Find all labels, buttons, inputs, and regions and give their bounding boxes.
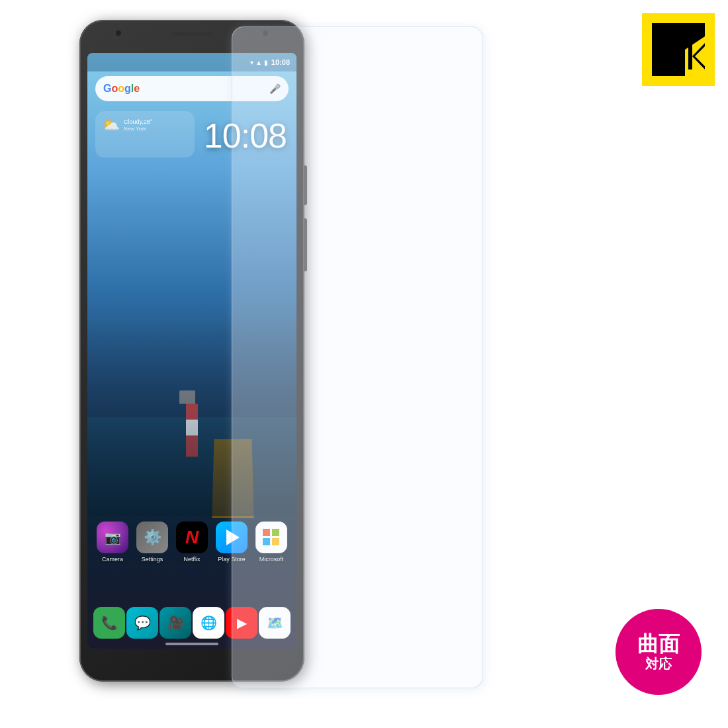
svg-rect-6 — [688, 43, 692, 69]
front-camera-left — [116, 30, 121, 36]
weather-condition-text: Cloudy,28° — [124, 118, 152, 126]
google-logo: Google — [103, 83, 140, 95]
curve-kanji-line2: 対応 — [645, 657, 672, 671]
weather-condition-icon: ⛅ — [102, 116, 120, 134]
camera-label: Camera — [102, 556, 123, 563]
messages-icon[interactable]: 💬 — [126, 607, 158, 639]
camera-icon[interactable]: 📷 — [97, 522, 128, 553]
screen-protector-overlay — [232, 26, 483, 688]
yellow-brand-badge — [642, 13, 715, 86]
weather-info: Cloudy,28° New York — [124, 118, 152, 132]
app-messages[interactable]: 💬 — [126, 607, 158, 639]
netflix-label: Netflix — [183, 556, 200, 563]
netflix-icon[interactable]: N — [176, 522, 208, 553]
weather-location-text: New York — [124, 126, 152, 132]
video-icon[interactable]: 🎥 — [159, 607, 191, 639]
home-indicator[interactable] — [165, 643, 218, 645]
phone-speaker — [172, 32, 212, 36]
app-phone[interactable]: 📞 — [93, 607, 125, 639]
curve-kanji-line1: 曲面 — [637, 633, 680, 656]
app-netflix[interactable]: N Netflix — [176, 522, 208, 563]
netflix-logo: N — [185, 527, 199, 548]
app-settings[interactable]: ⚙️ Settings — [136, 522, 168, 563]
curve-compatible-badge: 曲面 対応 — [615, 609, 702, 695]
chrome-icon[interactable]: 🌐 — [193, 607, 224, 639]
phone-icon[interactable]: 📞 — [93, 607, 125, 639]
app-camera[interactable]: 📷 Camera — [97, 522, 128, 563]
app-video[interactable]: 🎥 — [159, 607, 191, 639]
phone-device: ▾ ▲ ▮ 10:08 Google 🎤 — [79, 20, 331, 708]
settings-label: Settings — [142, 556, 163, 563]
settings-icon[interactable]: ⚙️ — [136, 522, 168, 553]
weather-widget[interactable]: ⛅ Cloudy,28° New York — [95, 111, 195, 158]
app-chrome[interactable]: 🌐 — [193, 607, 224, 639]
weather-top: ⛅ Cloudy,28° New York — [102, 116, 188, 134]
brand-logo-icon — [652, 23, 705, 76]
